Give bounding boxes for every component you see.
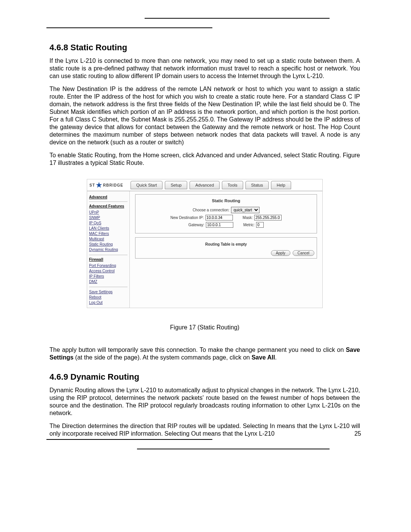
section-heading-dynamic-routing: 4.6.9 Dynamic Routing	[49, 372, 360, 382]
choose-connection-label: Choose a connection:	[193, 208, 229, 212]
star-icon: ★	[96, 184, 102, 187]
mask-input[interactable]	[254, 215, 282, 220]
paragraph: Dynamic Routing allows the Lynx L-210 to…	[49, 387, 360, 417]
figure-caption: Figure 17 (Static Routing)	[49, 324, 360, 331]
gateway-metric-row: Gateway: Metric:	[139, 222, 313, 228]
paragraph: The Direction determines the direction t…	[49, 422, 360, 438]
sidebar-item-ip-filters[interactable]: IP Filters	[89, 274, 127, 279]
sidebar-heading-firewall: Firewall	[89, 257, 127, 262]
tab-status[interactable]: Status	[245, 181, 269, 189]
paragraph: The New Destination IP is the address of…	[49, 85, 360, 146]
router-logo: ST ★ RBRIDGE	[89, 183, 129, 187]
routing-table-empty-message: Routing Table is empty	[138, 240, 314, 249]
paragraph: The apply button will temporarily save t…	[49, 346, 360, 361]
gateway-input[interactable]	[206, 222, 233, 228]
sidebar-divider	[89, 255, 127, 255]
gateway-label: Gateway:	[188, 223, 204, 227]
dest-mask-row: New Destination IP: Mask:	[139, 215, 313, 220]
button-row: Apply Cancel	[138, 249, 314, 256]
routing-table-card: Routing Table is empty Apply Cancel	[135, 237, 317, 259]
sidebar-heading-advanced-features: Advanced Features	[89, 204, 127, 208]
bold-save-all: Save All	[252, 354, 275, 361]
footer-rule-right	[137, 449, 330, 449]
metric-input[interactable]	[256, 222, 264, 228]
cancel-button[interactable]: Cancel	[293, 250, 314, 256]
sidebar-item-port-forwarding[interactable]: Port Forwarding	[89, 263, 127, 268]
header-rule-left	[46, 27, 212, 28]
router-main-panel: Static Routing Choose a connection: quic…	[130, 191, 322, 308]
paragraph: If the Lynx L-210 is connected to more t…	[49, 57, 360, 80]
sidebar-item-dmz[interactable]: DMZ	[89, 279, 127, 284]
page-number: 25	[354, 430, 361, 437]
card-title: Static Routing	[139, 198, 313, 203]
router-sidebar: Advanced Advanced Features UPnP SNMP IP …	[87, 191, 130, 308]
router-header: ST ★ RBRIDGE Quick Start Setup Advanced …	[87, 179, 322, 191]
apply-button[interactable]: Apply	[271, 250, 290, 256]
tab-advanced[interactable]: Advanced	[190, 181, 220, 189]
router-ui-screenshot: ST ★ RBRIDGE Quick Start Setup Advanced …	[87, 179, 323, 308]
logo-text-left: ST	[89, 183, 95, 187]
footer-rule-left	[46, 439, 212, 440]
sidebar-item-snmp[interactable]: SNMP	[89, 215, 127, 220]
sidebar-divider	[89, 287, 127, 287]
connection-row: Choose a connection: quick_start	[139, 207, 313, 213]
logo-text-right: RBRIDGE	[103, 183, 123, 187]
sidebar-divider	[89, 201, 127, 202]
sidebar-item-save-settings[interactable]: Save Settings	[89, 289, 127, 295]
sidebar-heading-advanced: Advanced	[89, 195, 127, 199]
tab-tools[interactable]: Tools	[222, 181, 243, 189]
sidebar-item-upnp[interactable]: UPnP	[89, 210, 127, 215]
tab-setup[interactable]: Setup	[165, 181, 187, 189]
new-destination-ip-input[interactable]	[206, 215, 233, 220]
tab-quick-start[interactable]: Quick Start	[131, 181, 162, 189]
sidebar-item-ipqos[interactable]: IP QoS	[89, 220, 127, 226]
header-rule-right	[145, 18, 330, 19]
new-destination-ip-label: New Destination IP:	[170, 216, 204, 220]
sidebar-item-lan-clients[interactable]: LAN Clients	[89, 226, 127, 231]
mask-label: Mask:	[243, 216, 253, 220]
figure-wrapper: ST ★ RBRIDGE Quick Start Setup Advanced …	[49, 179, 360, 331]
page-content: 4.6.8 Static Routing If the Lynx L-210 i…	[49, 43, 360, 443]
sidebar-item-reboot[interactable]: Reboot	[89, 295, 127, 300]
sidebar-item-access-control[interactable]: Access Control	[89, 268, 127, 274]
section-heading-static-routing: 4.6.8 Static Routing	[49, 43, 360, 53]
sidebar-item-log-out[interactable]: Log Out	[89, 300, 127, 305]
static-routing-card: Static Routing Choose a connection: quic…	[135, 194, 317, 233]
paragraph: To enable Static Routing, from the Home …	[49, 152, 360, 167]
sidebar-item-mac-filters[interactable]: MAC Filters	[89, 231, 127, 236]
tab-help[interactable]: Help	[271, 181, 291, 189]
sidebar-item-static-routing[interactable]: Static Routing	[89, 242, 127, 247]
sidebar-item-dynamic-routing[interactable]: Dynamic Routing	[89, 247, 127, 252]
router-body: Advanced Advanced Features UPnP SNMP IP …	[87, 191, 322, 308]
connection-select[interactable]: quick_start	[231, 207, 260, 213]
sidebar-item-multicast[interactable]: Multicast	[89, 236, 127, 242]
metric-label: Metric:	[243, 223, 255, 227]
